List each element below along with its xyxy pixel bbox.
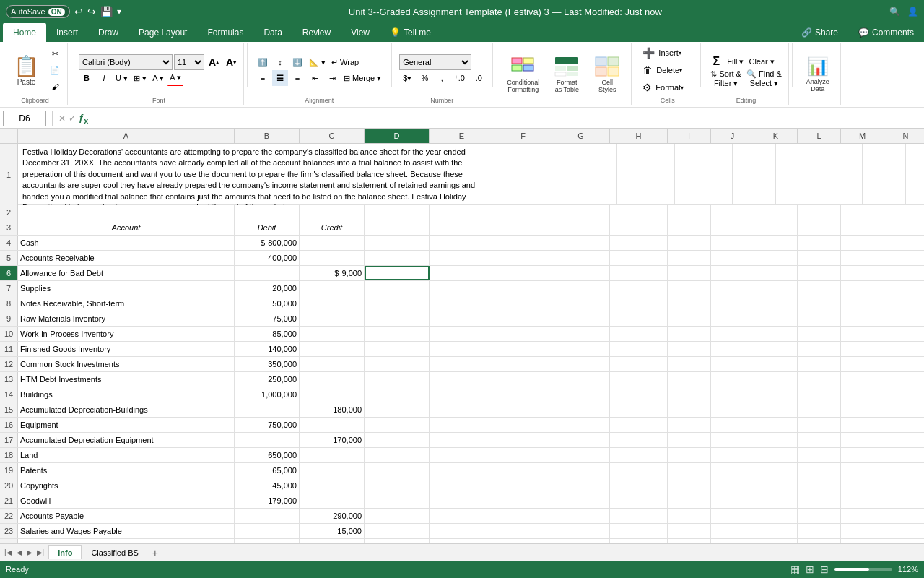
tab-page-layout[interactable]: Page Layout xyxy=(128,23,197,42)
cell-a18[interactable]: Land xyxy=(18,448,235,462)
cell-i3[interactable] xyxy=(668,220,711,235)
cell-i21[interactable] xyxy=(668,493,711,508)
cell-a19[interactable]: Patents xyxy=(18,463,235,478)
cell-g19[interactable] xyxy=(552,463,610,478)
align-right-button[interactable]: ≡ xyxy=(289,70,305,86)
cell-g5[interactable] xyxy=(552,251,610,265)
cell-c15[interactable]: 180,000 xyxy=(300,402,365,417)
cell-m6[interactable] xyxy=(841,266,884,280)
sheet-tab-info[interactable]: Info xyxy=(48,545,82,559)
cell-h22[interactable] xyxy=(610,509,668,523)
cell-l1[interactable] xyxy=(863,144,906,205)
cell-j16[interactable] xyxy=(711,418,754,432)
cell-c3[interactable]: Credit xyxy=(300,220,365,235)
cell-a1-merged[interactable]: Festiva Holiday Decorations' accountants… xyxy=(18,144,494,205)
confirm-formula-icon[interactable]: ✓ xyxy=(69,113,76,124)
cell-c20[interactable] xyxy=(300,478,365,493)
row-num-16[interactable]: 16 xyxy=(0,418,18,432)
row-num-20[interactable]: 20 xyxy=(0,478,18,493)
cell-c13[interactable] xyxy=(300,372,365,387)
cell-f3[interactable] xyxy=(494,220,552,235)
cell-n8[interactable] xyxy=(884,296,924,311)
cell-m21[interactable] xyxy=(841,493,884,508)
cell-j3[interactable] xyxy=(711,220,754,235)
cell-m9[interactable] xyxy=(841,311,884,326)
cell-f18[interactable] xyxy=(494,448,552,462)
sheet-tab-classified-bs[interactable]: Classified BS xyxy=(82,545,147,559)
cell-e9[interactable] xyxy=(430,311,494,326)
cell-m13[interactable] xyxy=(841,372,884,387)
decrease-indent-button[interactable]: ⇤ xyxy=(307,70,323,86)
cell-l8[interactable] xyxy=(798,296,841,311)
cell-c23[interactable]: 15,000 xyxy=(300,524,365,538)
cell-d19[interactable] xyxy=(365,463,430,478)
cell-i20[interactable] xyxy=(668,478,711,493)
cell-j17[interactable] xyxy=(711,433,754,447)
cell-j11[interactable] xyxy=(711,342,754,356)
cell-n15[interactable] xyxy=(884,402,924,417)
cell-k2[interactable] xyxy=(754,205,798,220)
align-bottom-button[interactable]: ⬇️ xyxy=(289,54,305,70)
cell-a3[interactable]: Account xyxy=(18,220,235,235)
col-header-n[interactable]: N xyxy=(884,129,924,143)
cell-l18[interactable] xyxy=(798,448,841,462)
comma-button[interactable]: , xyxy=(434,70,450,86)
cell-k21[interactable] xyxy=(754,493,798,508)
format-painter-button[interactable]: 🖌 xyxy=(47,79,63,95)
cell-a17[interactable]: Accumulated Depreciation-Equipment xyxy=(18,433,235,447)
cell-e14[interactable] xyxy=(430,387,494,402)
conditional-formatting-button[interactable]: ConditionalFormatting xyxy=(500,52,546,97)
cell-f22[interactable] xyxy=(494,509,552,523)
cell-f7[interactable] xyxy=(494,281,552,296)
cell-k1[interactable] xyxy=(819,144,863,205)
search-icon[interactable]: 🔍 xyxy=(889,7,900,17)
cell-m18[interactable] xyxy=(841,448,884,462)
autosave-toggle[interactable]: AutoSave ON xyxy=(6,5,70,18)
cell-g21[interactable] xyxy=(552,493,610,508)
cell-b19[interactable]: 65,000 xyxy=(235,463,300,478)
row-num-3[interactable]: 3 xyxy=(0,220,18,235)
cell-n16[interactable] xyxy=(884,418,924,432)
cell-l20[interactable] xyxy=(798,478,841,493)
cell-e23[interactable] xyxy=(430,524,494,538)
cell-k18[interactable] xyxy=(754,448,798,462)
cell-d7[interactable] xyxy=(365,281,430,296)
cell-j5[interactable] xyxy=(711,251,754,265)
decrease-decimal-button[interactable]: ⁻.0 xyxy=(468,70,484,86)
cell-e6[interactable] xyxy=(430,266,494,280)
cell-a14[interactable]: Buildings xyxy=(18,387,235,402)
cell-b5[interactable]: 400,000 xyxy=(235,251,300,265)
cell-k9[interactable] xyxy=(754,311,798,326)
row-num-23[interactable]: 23 xyxy=(0,524,18,538)
row-num-14[interactable]: 14 xyxy=(0,387,18,402)
cell-a5[interactable]: Accounts Receivable xyxy=(18,251,235,265)
clear-button[interactable]: Clear ▾ xyxy=(746,53,776,69)
page-break-view-button[interactable]: ⊟ xyxy=(820,564,829,575)
align-center-button[interactable]: ☰ xyxy=(272,70,288,86)
tab-formulas[interactable]: Formulas xyxy=(197,23,253,42)
cell-i14[interactable] xyxy=(668,387,711,402)
cell-l16[interactable] xyxy=(798,418,841,432)
bold-button[interactable]: B xyxy=(79,70,95,86)
cell-f11[interactable] xyxy=(494,342,552,356)
font-family-select[interactable]: Calibri (Body) Arial Times New Roman xyxy=(79,54,173,70)
undo-icon[interactable]: ↩ xyxy=(74,6,83,17)
cell-e10[interactable] xyxy=(430,327,494,341)
cell-n17[interactable] xyxy=(884,433,924,447)
zoom-slider[interactable] xyxy=(834,568,892,571)
cell-n2[interactable] xyxy=(884,205,924,220)
cell-m7[interactable] xyxy=(841,281,884,296)
cell-g11[interactable] xyxy=(552,342,610,356)
cell-i23[interactable] xyxy=(668,524,711,538)
cell-h5[interactable] xyxy=(610,251,668,265)
cell-l10[interactable] xyxy=(798,327,841,341)
cell-k23[interactable] xyxy=(754,524,798,538)
cell-c7[interactable] xyxy=(300,281,365,296)
cell-m14[interactable] xyxy=(841,387,884,402)
cell-d6[interactable] xyxy=(365,266,430,280)
cell-m11[interactable] xyxy=(841,342,884,356)
col-header-m[interactable]: M xyxy=(841,129,884,143)
cell-b17[interactable] xyxy=(235,433,300,447)
cell-m16[interactable] xyxy=(841,418,884,432)
format-as-table-button[interactable]: Formatas Table xyxy=(547,52,586,97)
